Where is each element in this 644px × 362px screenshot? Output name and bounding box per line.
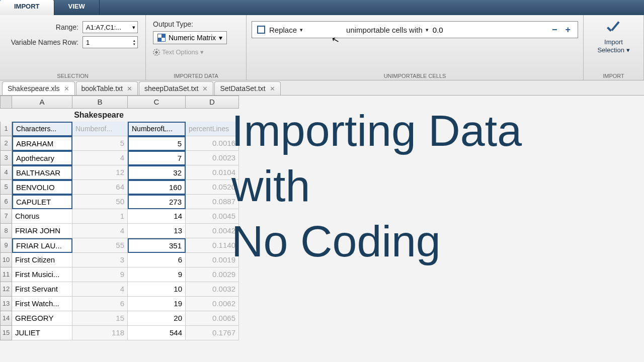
column-name-cell[interactable]: Numberof... [72,122,128,136]
varnames-spinner[interactable]: 1 [83,36,138,48]
row-header[interactable]: 13 [0,297,12,311]
column-name-cell[interactable]: percentLines [186,122,239,136]
close-icon[interactable]: ✕ [270,85,275,93]
data-cell[interactable]: 273 [128,195,186,209]
row-header[interactable]: 11 [0,267,12,282]
data-cell[interactable]: 9 [72,267,128,282]
column-header[interactable]: D [186,96,239,109]
tab-import[interactable]: IMPORT [0,0,54,15]
row-header[interactable]: 15 [0,326,12,340]
row-header[interactable]: 4 [0,165,12,180]
data-cell[interactable]: 0.0029 [186,267,239,282]
data-cell[interactable]: 6 [72,297,128,311]
data-cell[interactable]: 20 [128,311,186,326]
data-cell[interactable]: 351 [128,238,186,253]
close-icon[interactable]: ✕ [127,85,132,93]
file-tab[interactable]: sheepDataSet.txt✕ [139,81,213,95]
column-header[interactable]: B [72,96,128,109]
data-cell[interactable]: 544 [128,326,186,340]
row-header[interactable]: 7 [0,209,12,224]
range-dropdown[interactable]: A1:A7,C1:... [83,21,138,33]
data-cell[interactable]: 9 [128,267,186,282]
data-cell[interactable]: CAPULET [12,195,72,209]
data-cell[interactable]: 0.0062 [186,297,239,311]
data-cell[interactable]: 5 [128,136,186,151]
data-cell[interactable]: 19 [128,297,186,311]
data-cell[interactable]: JULIET [12,326,72,340]
table-name[interactable]: Shakespeare [12,109,186,122]
row-header[interactable]: 10 [0,253,12,267]
grid-corner[interactable] [0,96,12,109]
text-options-button[interactable]: Text Options ▾ [153,48,239,56]
column-name-cell[interactable]: Characters... [12,122,72,136]
data-cell[interactable]: 0.0019 [186,253,239,267]
data-cell[interactable]: 7 [128,151,186,165]
replace-action-dropdown[interactable]: Replace [269,26,303,34]
data-cell[interactable]: 118 [72,326,128,340]
row-header[interactable]: 9 [0,238,12,253]
data-cell[interactable]: 1 [72,209,128,224]
replacement-value-input[interactable] [433,26,463,34]
output-type-dropdown[interactable]: Numeric Matrix ▾ [153,31,227,44]
data-cell[interactable]: 32 [128,165,186,180]
import-selection-button[interactable]: Import Selection ▾ [594,19,632,57]
data-cell[interactable]: First Servant [12,282,72,297]
data-cell[interactable]: 14 [128,209,186,224]
data-cell[interactable]: 50 [72,195,128,209]
data-cell[interactable]: 0.0042 [186,224,239,238]
data-cell[interactable]: 0.0016 [186,136,239,151]
file-tab[interactable]: SetDataSet.txt✕ [214,81,280,95]
data-cell[interactable]: 160 [128,180,186,195]
replace-checkbox[interactable] [257,26,265,34]
file-tab[interactable]: Shakespeare.xls✕ [2,81,75,95]
row-header[interactable]: 3 [0,151,12,165]
data-cell[interactable]: Apothecary [12,151,72,165]
data-cell[interactable]: 4 [72,151,128,165]
data-cell[interactable]: 0.0520 [186,180,239,195]
data-cell[interactable]: Chorus [12,209,72,224]
data-cell[interactable]: 4 [72,282,128,297]
data-cell[interactable]: BENVOLIO [12,180,72,195]
data-cell[interactable]: First Watch... [12,297,72,311]
row-header[interactable]: 14 [0,311,12,326]
data-cell[interactable]: 13 [128,224,186,238]
row-header[interactable]: 12 [0,282,12,297]
data-cell[interactable]: FRIAR LAU... [12,238,72,253]
data-cell[interactable]: 55 [72,238,128,253]
row-header[interactable]: 6 [0,195,12,209]
data-cell[interactable]: 5 [72,136,128,151]
data-cell[interactable]: 0.0104 [186,165,239,180]
data-cell[interactable]: First Citizen [12,253,72,267]
data-cell[interactable]: 0.1140 [186,238,239,253]
column-header[interactable]: C [128,96,186,109]
data-cell[interactable]: BALTHASAR [12,165,72,180]
data-cell[interactable]: 0.0032 [186,282,239,297]
tab-view[interactable]: VIEW [54,0,100,15]
data-cell[interactable]: 15 [72,311,128,326]
data-cell[interactable]: ABRAHAM [12,136,72,151]
column-name-cell[interactable]: NumberofL... [128,122,186,136]
data-cell[interactable]: 6 [128,253,186,267]
row-header[interactable]: 1 [0,122,12,136]
row-header[interactable]: 5 [0,180,12,195]
close-icon[interactable]: ✕ [202,85,208,93]
data-cell[interactable]: First Musici... [12,267,72,282]
data-cell[interactable]: 3 [72,253,128,267]
data-cell[interactable]: 4 [72,224,128,238]
data-cell[interactable]: 0.0887 [186,195,239,209]
file-tab[interactable]: bookTable.txt✕ [76,81,138,95]
data-cell[interactable]: 64 [72,180,128,195]
close-icon[interactable]: ✕ [64,85,69,93]
remove-rule-button[interactable]: − [550,25,559,35]
data-cell[interactable]: 12 [72,165,128,180]
row-header[interactable]: 8 [0,224,12,238]
data-cell[interactable]: 10 [128,282,186,297]
data-cell[interactable]: FRIAR JOHN [12,224,72,238]
data-cell[interactable]: 0.0065 [186,311,239,326]
column-header[interactable]: A [12,96,72,109]
cells-with-dropdown[interactable]: unimportable cells with [346,26,429,34]
data-cell[interactable]: 0.0023 [186,151,239,165]
add-rule-button[interactable]: + [563,25,573,35]
data-cell[interactable]: 0.1767 [186,326,239,340]
row-header[interactable]: 2 [0,136,12,151]
